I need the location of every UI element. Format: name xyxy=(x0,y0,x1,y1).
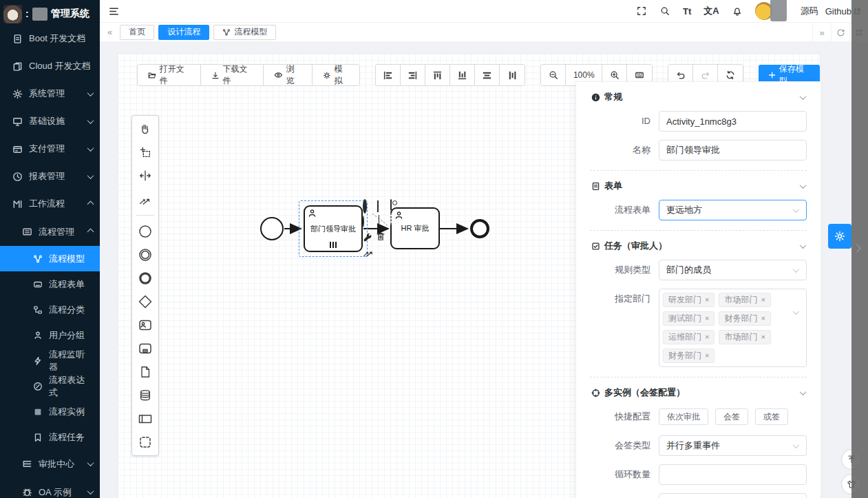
sidebar-item-approval-center[interactable]: 审批中心 xyxy=(0,450,100,478)
start-event-tool[interactable] xyxy=(137,223,154,240)
section-multi-instance[interactable]: 多实例（会签配置） xyxy=(590,377,807,406)
rule-type-select[interactable]: 部门的成员 xyxy=(659,260,807,280)
refresh-tab-icon[interactable] xyxy=(831,23,849,42)
tag-close-icon[interactable]: × xyxy=(705,333,709,341)
quick-orsign-button[interactable]: 或签 xyxy=(755,408,788,425)
sidebar-item-process-listener[interactable]: 流程监听器 xyxy=(0,348,100,373)
download-file-button[interactable]: 下载文件 xyxy=(201,65,264,85)
quick-sequential-button[interactable]: 依次审批 xyxy=(659,408,708,425)
sidebar-item-workflow[interactable]: 工作流程 xyxy=(0,190,100,218)
subprocess-tool[interactable] xyxy=(137,340,154,357)
sidebar-item-report[interactable]: 报表管理 xyxy=(0,163,100,190)
sign-type-select[interactable]: 并行多重事件 xyxy=(659,435,807,456)
data-object-tool[interactable] xyxy=(137,364,154,380)
start-event[interactable] xyxy=(260,217,284,240)
name-label: 名称 xyxy=(590,140,650,160)
end-event[interactable] xyxy=(470,219,489,238)
simulate-button[interactable]: 模拟 xyxy=(313,65,360,85)
task-hr-approval[interactable]: HR 审批 xyxy=(390,207,440,249)
section-task-assignee[interactable]: 任务（审批人） xyxy=(590,231,807,260)
sidebar-item-label: Cloud 开发文档 xyxy=(29,60,91,72)
sidebar-item-process-expression[interactable]: 流程表达式 xyxy=(0,373,100,399)
sidebar-item-system[interactable]: 系统管理 xyxy=(0,80,100,107)
tab-process-model[interactable]: 流程模型 xyxy=(213,25,276,40)
sidebar-item-user-group[interactable]: 用户分组 xyxy=(0,322,100,348)
search-icon[interactable] xyxy=(659,6,670,17)
user-task-tool[interactable] xyxy=(137,317,154,333)
preview-button[interactable]: 浏览 xyxy=(264,65,312,85)
tag-close-icon[interactable]: × xyxy=(761,296,765,304)
sidebar-item-label: 流程模型 xyxy=(49,253,85,265)
append-intermediate-event-icon[interactable] xyxy=(363,216,364,227)
align-top-icon[interactable] xyxy=(425,65,450,85)
align-right-icon[interactable] xyxy=(401,65,425,85)
align-middle-icon[interactable] xyxy=(475,65,500,85)
wrench-icon[interactable] xyxy=(363,233,372,242)
lasso-tool[interactable] xyxy=(137,144,154,160)
loop-count-input[interactable] xyxy=(659,464,807,485)
sidebar-item-process-model[interactable]: 流程模型 xyxy=(0,246,100,271)
zoom-out-icon[interactable] xyxy=(541,65,566,85)
quick-countersign-button[interactable]: 会签 xyxy=(715,408,748,425)
connect-icon[interactable] xyxy=(363,247,373,258)
text-annotation-icon[interactable] xyxy=(379,216,379,226)
space-tool[interactable] xyxy=(137,167,154,184)
sidebar-item-process-mgmt[interactable]: 流程管理 xyxy=(0,218,100,246)
tab-home[interactable]: 首页 xyxy=(120,25,154,40)
align-center-icon[interactable] xyxy=(500,65,525,85)
end-event-tool[interactable] xyxy=(137,270,154,287)
sidebar-item-process-form[interactable]: 流程表单 xyxy=(0,271,100,297)
tag-close-icon[interactable]: × xyxy=(705,315,709,322)
trash-icon[interactable] xyxy=(376,231,385,241)
panel-settings-button[interactable] xyxy=(828,224,851,249)
assigned-dept-multiselect[interactable]: 研发部门× 市场部门× 测试部门× 财务部门× 运维部门× 市场部门× 财务部门… xyxy=(659,289,807,367)
sidebar-item-oa-example[interactable]: OA 示例 xyxy=(0,478,100,498)
chevron-down-icon xyxy=(793,442,800,448)
append-end-event-icon[interactable] xyxy=(363,201,367,211)
gateway-tool[interactable] xyxy=(137,293,154,310)
bell-icon[interactable] xyxy=(732,6,743,17)
sidebar-item-process-task[interactable]: 流程任务 xyxy=(0,424,100,450)
tag-close-icon[interactable]: × xyxy=(705,352,709,360)
tag-close-icon[interactable]: × xyxy=(705,296,709,304)
align-bottom-icon[interactable] xyxy=(450,65,475,85)
fullscreen-icon[interactable] xyxy=(636,6,647,17)
hand-tool[interactable] xyxy=(137,121,154,137)
participant-pool-tool[interactable] xyxy=(137,411,154,427)
task-dept-leader-approval[interactable]: 部门领导审批 xyxy=(304,205,363,252)
data-store-tool[interactable] xyxy=(137,387,154,404)
tabs-scroll-left-icon[interactable]: « xyxy=(104,27,116,37)
source-code-link[interactable]: 源码 xyxy=(801,5,818,17)
global-connect-tool[interactable] xyxy=(137,191,154,207)
tab-design-process[interactable]: 设计流程 xyxy=(158,25,209,40)
section-form[interactable]: 表单 xyxy=(590,171,807,200)
append-gateway-icon[interactable] xyxy=(377,201,379,211)
process-form-select[interactable]: 更远地方 xyxy=(659,200,807,220)
group-tool[interactable] xyxy=(137,434,154,450)
sidebar-item-process-instance[interactable]: 流程实例 xyxy=(0,399,100,424)
sidebar-item-infra[interactable]: 基础设施 xyxy=(0,107,100,135)
sidebar-item-cloud-docs[interactable]: Cloud 开发文档 xyxy=(0,52,100,80)
open-file-button[interactable]: 打开文件 xyxy=(138,65,201,85)
intermediate-event-tool[interactable] xyxy=(137,247,154,263)
dept-tag: 财务部门× xyxy=(719,311,770,326)
language-icon[interactable]: 文A xyxy=(703,5,719,17)
append-task-icon[interactable] xyxy=(390,200,392,210)
name-input[interactable] xyxy=(659,140,807,160)
complete-condition-input[interactable] xyxy=(659,493,807,498)
section-general[interactable]: 常规 xyxy=(590,82,807,111)
sidebar-item-payment[interactable]: 支付管理 xyxy=(0,135,100,163)
sidebar-item-boot-docs[interactable]: Boot 开发文档 xyxy=(0,25,100,52)
dept-tag: 市场部门× xyxy=(719,330,770,344)
align-left-icon[interactable] xyxy=(376,65,401,85)
avatar[interactable] xyxy=(755,2,773,20)
append-subprocess-icon[interactable] xyxy=(390,214,392,224)
tag-close-icon[interactable]: × xyxy=(761,315,765,322)
sidebar-item-process-category[interactable]: 流程分类 xyxy=(0,297,100,322)
tag-close-icon[interactable]: × xyxy=(761,333,765,341)
tabs-scroll-right-icon[interactable]: » xyxy=(812,23,831,42)
align-group xyxy=(375,64,525,86)
font-size-icon[interactable]: Tt xyxy=(683,6,691,17)
id-input[interactable] xyxy=(659,111,807,132)
menu-collapse-icon[interactable] xyxy=(108,6,119,17)
